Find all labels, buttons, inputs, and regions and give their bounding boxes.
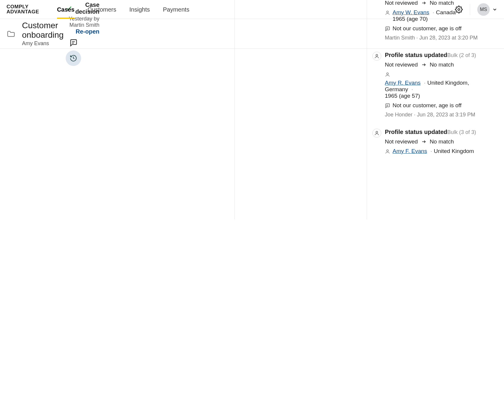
tab-payments[interactable]: Payments [163,0,189,18]
svg-point-18 [376,54,378,56]
log-status-to: No match [430,0,454,6]
svg-point-20 [387,73,388,75]
svg-point-15 [387,11,388,13]
reopen-button[interactable]: Re-open [76,28,100,35]
case-header-bar: Customer onboarding Amy Evans Case decis… [0,19,504,49]
case-customer-name: Amy Evans [22,40,66,47]
history-icon[interactable] [66,50,81,66]
arrow-right-icon [421,1,426,5]
log-person-country: United Kingdom [429,148,474,154]
audit-body[interactable]: Today Profile status updated In progress… [367,0,497,165]
log-person-dob [410,86,415,92]
customer-info-panel: Customer information Amy Evans Medium ri… [100,0,235,220]
log-meta: Joe Honder · Jun 28, 2023 at 3:19 PM [385,112,491,118]
audit-log-item: Profile status updatedBulk (1 of 3) Not … [372,0,491,41]
case-title: Customer onboarding [22,21,66,40]
message-icon [385,103,390,109]
log-status-from: Not reviewed [385,61,418,68]
log-note-text: Not our customer, age is off [393,25,462,32]
log-status-to: No match [430,138,454,145]
arrow-right-icon [421,62,426,67]
log-person-link[interactable]: Amy R. Evans [385,80,420,86]
log-status-to: No match [430,61,454,68]
log-title: Profile status updated [385,129,447,135]
brand-logo: COMPLY ADVANTAGE [7,4,39,14]
log-person-dob [457,9,462,15]
audit-log-item: Profile status updatedBulk (2 of 3) Not … [372,52,491,118]
message-icon [385,26,390,32]
tab-insights[interactable]: Insights [129,0,150,18]
svg-point-23 [376,131,378,133]
case-title-block: Customer onboarding Amy Evans [22,21,66,47]
tab-customers[interactable]: Customers [88,0,116,18]
folder-icon [7,29,15,38]
comments-icon[interactable] [66,35,81,50]
log-status-from: Not reviewed [385,0,418,6]
person-icon [385,72,390,77]
audit-panel: Audit logs Today Profile status updated … [367,0,497,220]
tab-cases[interactable]: Cases [57,0,75,18]
person-icon [385,10,390,15]
log-person-link[interactable]: Amy W. Evans [393,9,429,15]
log-status-from: Not reviewed [385,138,418,145]
audit-log-item: Profile status updatedBulk (3 of 3) Not … [372,129,491,154]
logo-line2: ADVANTAGE [7,10,39,14]
svg-point-25 [387,150,388,151]
log-title: Profile status updated [385,52,447,58]
log-tag: Bulk (2 of 3) [447,52,476,58]
log-tag: Bulk (3 of 3) [447,129,476,135]
log-type-icon [372,129,381,138]
person-icon [385,149,390,154]
log-person-country: Canada [431,9,456,15]
screening-panel: Screening results Name Countries Date of… [235,0,367,220]
main-content: Customer information Amy Evans Medium ri… [100,0,497,220]
log-type-icon [372,52,381,61]
arrow-right-icon [421,139,426,144]
log-meta: Martin Smith · Jun 28, 2023 at 3:20 PM [385,35,491,41]
log-person-link[interactable]: Amy F. Evans [393,148,427,154]
log-note-text: Not our customer, age is off [393,102,462,109]
